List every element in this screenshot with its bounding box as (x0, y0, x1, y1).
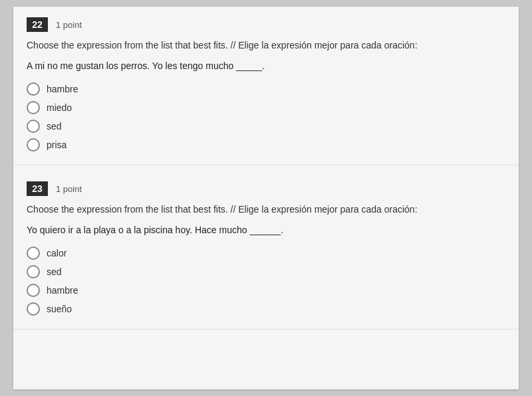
option-label-23-1: sed (47, 266, 62, 277)
question-points-22: 1 point (56, 20, 82, 30)
question-prompt-22: A mi no me gustan los perros. Yo les ten… (27, 59, 505, 73)
radio-circle-23-0[interactable] (27, 247, 40, 260)
option-label-23-2: hambre (47, 285, 78, 296)
option-label-23-3: sueño (47, 304, 72, 314)
question-number-22: 22 (27, 17, 48, 32)
radio-circle-22-2[interactable] (27, 120, 40, 133)
radio-circle-23-2[interactable] (27, 284, 40, 297)
option-item-22-2[interactable]: sed (27, 120, 505, 133)
radio-circle-22-1[interactable] (27, 101, 40, 114)
radio-circle-23-1[interactable] (27, 265, 40, 278)
options-list-23: calor sed hambre sueño (27, 247, 505, 316)
question-prompt-23: Yo quiero ir a la playa o a la piscina h… (27, 223, 505, 237)
question-block-23: 23 1 point Choose the expression from th… (13, 171, 519, 330)
radio-circle-23-3[interactable] (27, 302, 40, 316)
question-points-23: 1 point (56, 184, 82, 194)
options-list-22: hambre miedo sed prisa (27, 82, 505, 151)
radio-circle-22-3[interactable] (27, 138, 40, 151)
question-block-22: 22 1 point Choose the expression from th… (13, 7, 519, 165)
question-header-22: 22 1 point (27, 17, 505, 32)
option-label-22-3: prisa (47, 140, 66, 150)
option-item-23-1[interactable]: sed (27, 265, 505, 278)
question-header-23: 23 1 point (27, 181, 505, 196)
radio-circle-22-0[interactable] (27, 82, 40, 96)
option-item-23-3[interactable]: sueño (27, 302, 505, 316)
option-item-22-1[interactable]: miedo (27, 101, 505, 114)
option-item-23-2[interactable]: hambre (27, 284, 505, 297)
option-label-22-0: hambre (47, 84, 78, 94)
question-instruction-22: Choose the expression from the list that… (27, 39, 505, 52)
option-label-23-0: calor (47, 248, 66, 258)
option-item-22-3[interactable]: prisa (27, 138, 505, 151)
option-label-22-2: sed (47, 121, 62, 132)
question-instruction-23: Choose the expression from the list that… (27, 203, 505, 217)
option-item-22-0[interactable]: hambre (27, 82, 505, 96)
option-label-22-1: miedo (47, 102, 72, 113)
page: 22 1 point Choose the expression from th… (13, 7, 519, 389)
question-number-23: 23 (27, 181, 48, 196)
option-item-23-0[interactable]: calor (27, 247, 505, 260)
